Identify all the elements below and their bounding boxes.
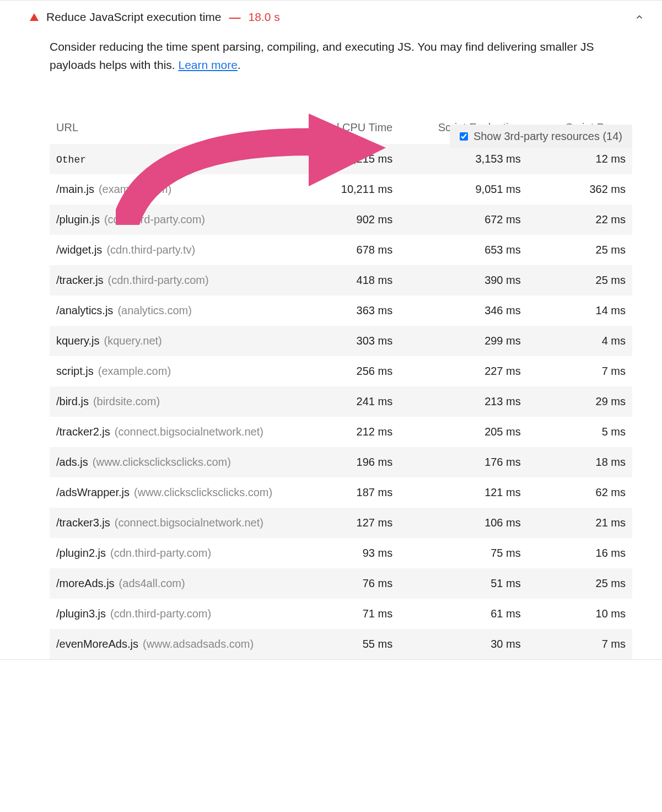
cell-url: kquery.js(kquery.net) xyxy=(50,326,306,356)
cell-eval: 75 ms xyxy=(399,538,528,568)
audit-panel: Reduce JavaScript execution time — 18.0 … xyxy=(0,1,662,659)
third-party-toggle[interactable]: Show 3rd-party resources (14) xyxy=(450,125,632,148)
file-host: (www.clicksclicksclicks.com) xyxy=(93,456,231,468)
cell-url: /main.js(example.com) xyxy=(50,174,306,205)
file-host: (cdn.third-party.com) xyxy=(104,213,205,225)
cell-eval: 106 ms xyxy=(399,508,528,538)
cell-parse: 16 ms xyxy=(528,538,632,568)
table-row: /tracker3.js(connect.bigsocialnetwork.ne… xyxy=(50,508,632,538)
table-row: /moreAds.js(ads4all.com)76 ms51 ms25 ms xyxy=(50,568,632,599)
audit-header[interactable]: Reduce JavaScript execution time — 18.0 … xyxy=(30,10,632,24)
third-party-checkbox[interactable] xyxy=(460,132,468,141)
file-name: /evenMoreAds.js xyxy=(56,638,138,650)
col-url: URL xyxy=(50,115,306,144)
cell-url: /moreAds.js(ads4all.com) xyxy=(50,568,306,599)
cell-parse: 25 ms xyxy=(528,568,632,599)
file-name: /tracker2.js xyxy=(56,426,110,438)
cell-cpu: 678 ms xyxy=(306,235,399,265)
file-host: (birdsite.com) xyxy=(93,395,160,407)
cell-parse: 25 ms xyxy=(528,235,632,265)
file-name: /plugin.js xyxy=(56,213,100,225)
third-party-label: Show 3rd-party resources (14) xyxy=(473,130,622,143)
file-host: (kquery.net) xyxy=(104,335,162,347)
cell-url: /ads.js(www.clicksclicksclicks.com) xyxy=(50,447,306,477)
cell-cpu: 363 ms xyxy=(306,295,399,326)
audit-description: Consider reducing the time spent parsing… xyxy=(50,38,632,74)
cell-url: /plugin2.js(cdn.third-party.com) xyxy=(50,538,306,568)
js-execution-table: URL Total CPU Time Script Evaluation Scr… xyxy=(50,115,632,659)
cell-url: /tracker.js(cdn.third-party.com) xyxy=(50,265,306,295)
cell-parse: 14 ms xyxy=(528,295,632,326)
audit-content: Show 3rd-party resources (14) URL Total … xyxy=(50,115,632,659)
cell-cpu: 196 ms xyxy=(306,447,399,477)
cell-parse: 10 ms xyxy=(528,599,632,629)
cell-parse: 7 ms xyxy=(528,629,632,659)
cell-eval: 121 ms xyxy=(399,477,528,508)
cell-url: /analytics.js(analytics.com) xyxy=(50,295,306,326)
cell-parse: 362 ms xyxy=(528,174,632,205)
table-row: script.js(example.com)256 ms227 ms7 ms xyxy=(50,356,632,386)
file-name: /adsWrapper.js xyxy=(56,486,130,498)
file-name: /widget.js xyxy=(56,244,102,256)
audit-description-text: Consider reducing the time spent parsing… xyxy=(50,40,594,71)
cell-parse: 25 ms xyxy=(528,265,632,295)
cell-url: /adsWrapper.js(www.clicksclicksclicks.co… xyxy=(50,477,306,508)
table-row: /ads.js(www.clicksclicksclicks.com)196 m… xyxy=(50,447,632,477)
cell-cpu: 902 ms xyxy=(306,205,399,235)
cell-url: /tracker2.js(connect.bigsocialnetwork.ne… xyxy=(50,417,306,447)
cell-eval: 672 ms xyxy=(399,205,528,235)
fail-triangle-icon xyxy=(30,13,39,21)
cell-eval: 346 ms xyxy=(399,295,528,326)
cell-cpu: 127 ms xyxy=(306,508,399,538)
cell-cpu: 256 ms xyxy=(306,356,399,386)
cell-url: /plugin.js(cdn.third-party.com) xyxy=(50,205,306,235)
cell-url: /evenMoreAds.js(www.adsadsads.com) xyxy=(50,629,306,659)
file-name: /bird.js xyxy=(56,395,89,407)
cell-parse: 12 ms xyxy=(528,144,632,174)
table-row: /adsWrapper.js(www.clicksclicksclicks.co… xyxy=(50,477,632,508)
table-row: /tracker.js(cdn.third-party.com)418 ms39… xyxy=(50,265,632,295)
file-host: (cdn.third-party.com) xyxy=(108,274,209,286)
file-name: Other xyxy=(56,154,86,165)
file-host: (example.com) xyxy=(98,365,171,377)
cell-cpu: 10,211 ms xyxy=(306,174,399,205)
table-row: /plugin.js(cdn.third-party.com)902 ms672… xyxy=(50,205,632,235)
table-row: /widget.js(cdn.third-party.tv)678 ms653 … xyxy=(50,235,632,265)
table-row: /tracker2.js(connect.bigsocialnetwork.ne… xyxy=(50,417,632,447)
table-row: /plugin3.js(cdn.third-party.com)71 ms61 … xyxy=(50,599,632,629)
cell-cpu: 303 ms xyxy=(306,326,399,356)
file-name: /plugin2.js xyxy=(56,547,106,559)
cell-eval: 176 ms xyxy=(399,447,528,477)
chevron-up-icon[interactable] xyxy=(634,12,644,22)
table-row: /analytics.js(analytics.com)363 ms346 ms… xyxy=(50,295,632,326)
cell-cpu: 241 ms xyxy=(306,386,399,417)
table-row: /bird.js(birdsite.com)241 ms213 ms29 ms xyxy=(50,386,632,417)
cell-cpu: 212 ms xyxy=(306,417,399,447)
cell-eval: 213 ms xyxy=(399,386,528,417)
cell-parse: 21 ms xyxy=(528,508,632,538)
cell-eval: 299 ms xyxy=(399,326,528,356)
file-host: (connect.bigsocialnetwork.net) xyxy=(115,517,263,529)
learn-more-link[interactable]: Learn more xyxy=(178,58,237,71)
table-row: Other11,215 ms3,153 ms12 ms xyxy=(50,144,632,174)
file-host: (cdn.third-party.tv) xyxy=(106,244,195,256)
col-cpu: Total CPU Time xyxy=(306,115,399,144)
cell-eval: 61 ms xyxy=(399,599,528,629)
audit-metric: 18.0 s xyxy=(249,10,280,24)
file-host: (www.clicksclicksclicks.com) xyxy=(134,486,272,498)
table-row: /plugin2.js(cdn.third-party.com)93 ms75 … xyxy=(50,538,632,568)
cell-parse: 7 ms xyxy=(528,356,632,386)
file-name: /plugin3.js xyxy=(56,607,106,620)
cell-eval: 51 ms xyxy=(399,568,528,599)
file-host: (ads4all.com) xyxy=(119,577,185,589)
cell-parse: 22 ms xyxy=(528,205,632,235)
cell-parse: 62 ms xyxy=(528,477,632,508)
cell-eval: 9,051 ms xyxy=(399,174,528,205)
cell-cpu: 93 ms xyxy=(306,538,399,568)
cell-parse: 5 ms xyxy=(528,417,632,447)
file-name: /tracker3.js xyxy=(56,517,110,529)
cell-eval: 205 ms xyxy=(399,417,528,447)
cell-parse: 18 ms xyxy=(528,447,632,477)
file-host: (example.com) xyxy=(99,183,171,195)
file-host: (analytics.com) xyxy=(117,304,191,316)
